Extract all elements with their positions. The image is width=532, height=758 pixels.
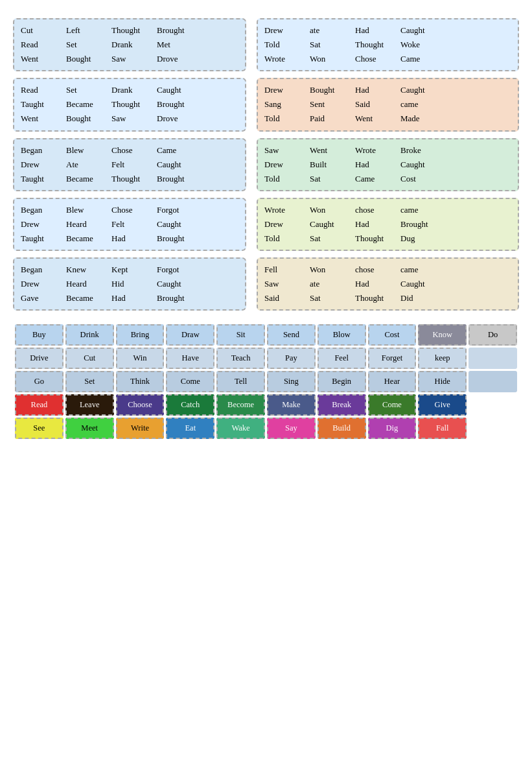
card-word: Brought bbox=[157, 23, 202, 38]
right-column: DrewateHadCaughtToldSatThoughtWokeWroteW… bbox=[257, 18, 519, 311]
verb-cell: Drink bbox=[65, 324, 114, 346]
right-card-3: WroteWonchosecameDrewCaughtHadBroughtTol… bbox=[257, 198, 519, 251]
card-word: Caught bbox=[400, 158, 446, 172]
card-word: Brought bbox=[157, 291, 202, 305]
left-column: CutLeftThoughtBroughtReadSetDrankMetWent… bbox=[13, 18, 246, 311]
card-row: ReadSetDrankMet bbox=[21, 38, 238, 52]
card-word: Saw bbox=[264, 143, 310, 158]
card-word: Became bbox=[66, 291, 111, 305]
card-word: Woke bbox=[400, 38, 446, 52]
card-word: Went bbox=[21, 52, 66, 66]
verb-cell: Teach bbox=[216, 348, 265, 369]
card-word: Brought bbox=[400, 217, 446, 231]
verb-cell: Blow bbox=[318, 324, 366, 346]
card-word: Saw bbox=[111, 112, 157, 126]
card-word: Ate bbox=[66, 158, 111, 172]
card-word: Drew bbox=[264, 158, 310, 172]
card-row: WroteWonChoseCame bbox=[264, 52, 511, 66]
card-row: SangSentSaidcame bbox=[264, 97, 511, 112]
card-word: Had bbox=[355, 83, 400, 97]
verb-cell bbox=[468, 394, 517, 416]
verb-cell: Drive bbox=[15, 348, 64, 369]
card-word: Bought bbox=[66, 52, 111, 66]
card-word: Chose bbox=[111, 203, 157, 217]
card-row: BeganBlewChoseCame bbox=[21, 143, 238, 158]
verb-cell: Become bbox=[216, 394, 265, 416]
card-word: Forgot bbox=[157, 263, 202, 277]
card-word: Felt bbox=[111, 158, 157, 172]
card-word: came bbox=[400, 203, 446, 217]
card-word: Sat bbox=[310, 291, 355, 305]
card-row: BeganBlewChoseForgot bbox=[21, 203, 238, 217]
card-word: Caught bbox=[400, 23, 446, 38]
card-word: Thought bbox=[355, 291, 400, 305]
card-word: Dug bbox=[400, 231, 446, 246]
card-row: WroteWonchosecame bbox=[264, 203, 511, 217]
verb-cell: Bring bbox=[116, 324, 165, 346]
card-row: ToldSatThoughtDug bbox=[264, 231, 511, 246]
card-row: CutLeftThoughtBrought bbox=[21, 23, 238, 38]
card-word: Fell bbox=[264, 263, 310, 277]
card-row: DrewAteFeltCaught bbox=[21, 158, 238, 172]
card-word: Heard bbox=[66, 277, 111, 291]
verb-cell: Have bbox=[166, 348, 214, 369]
card-word: Had bbox=[355, 23, 400, 38]
left-card-3: BeganBlewChoseForgotDrewHeardFeltCaughtT… bbox=[13, 198, 246, 251]
verb-table-row-1: DriveCutWinHaveTeachPayFeelForgetkeep bbox=[15, 348, 517, 369]
card-word: Drove bbox=[157, 112, 202, 126]
left-card-1: ReadSetDrankCaughtTaughtBecameThoughtBro… bbox=[13, 78, 246, 131]
card-row: FellWonchosecame bbox=[264, 263, 511, 277]
card-word: Cost bbox=[400, 172, 446, 186]
verb-cell: Go bbox=[15, 371, 64, 392]
verb-cell: Send bbox=[267, 324, 316, 346]
left-card-4: BeganKnewKeptForgotDrewHeardHidCaughtGav… bbox=[13, 257, 246, 311]
card-word: Won bbox=[310, 52, 355, 66]
card-row: SawWentWroteBroke bbox=[264, 143, 511, 158]
card-word: Forgot bbox=[157, 203, 202, 217]
card-word: Taught bbox=[21, 172, 66, 186]
card-word: Said bbox=[264, 291, 310, 305]
card-row: BeganKnewKeptForgot bbox=[21, 263, 238, 277]
verb-cell: Catch bbox=[166, 394, 214, 416]
verb-table-row-3: ReadLeaveChooseCatchBecomeMakeBreakComeG… bbox=[15, 394, 517, 416]
card-word: Went bbox=[21, 112, 66, 126]
verb-cell: Know bbox=[418, 324, 467, 346]
verb-cell: Read bbox=[15, 394, 64, 416]
card-word: Began bbox=[21, 263, 66, 277]
card-word: Drank bbox=[111, 83, 157, 97]
card-word: ate bbox=[310, 23, 355, 38]
card-word: Wrote bbox=[264, 52, 310, 66]
left-card-0: CutLeftThoughtBroughtReadSetDrankMetWent… bbox=[13, 18, 246, 71]
verb-table-row-4: SeeMeetWriteEatWakeSayBuildDigFall bbox=[15, 418, 517, 439]
verb-cell bbox=[468, 371, 517, 392]
card-word: Caught bbox=[310, 217, 355, 231]
card-word: Drew bbox=[21, 277, 66, 291]
card-word: Caught bbox=[400, 83, 446, 97]
verb-cell: Hide bbox=[418, 371, 467, 392]
card-word: Set bbox=[66, 38, 111, 52]
card-row: SawateHadCaught bbox=[264, 277, 511, 291]
card-word: Began bbox=[21, 143, 66, 158]
verb-table-row-0: BuyDrinkBringDrawSitSendBlowCostKnowDo bbox=[15, 324, 517, 346]
card-word: Drew bbox=[264, 23, 310, 38]
card-row: GaveBecameHadBrought bbox=[21, 291, 238, 305]
card-word: Built bbox=[310, 158, 355, 172]
card-word: Brought bbox=[157, 231, 202, 246]
card-row: ToldSatThoughtWoke bbox=[264, 38, 511, 52]
card-word: Left bbox=[66, 23, 111, 38]
verb-cell: Leave bbox=[65, 394, 114, 416]
verb-cell: keep bbox=[418, 348, 467, 369]
verb-table-row-2: GoSetThinkComeTellSingBeginHearHide bbox=[15, 371, 517, 392]
card-word: Cut bbox=[21, 23, 66, 38]
card-row: ToldSatCameCost bbox=[264, 172, 511, 186]
card-row: ToldPaidWentMade bbox=[264, 112, 511, 126]
card-word: Had bbox=[355, 158, 400, 172]
card-word: Told bbox=[264, 38, 310, 52]
verb-cell: Build bbox=[318, 418, 366, 439]
verb-cell: Pay bbox=[267, 348, 316, 369]
card-row: DrewBuiltHadCaught bbox=[264, 158, 511, 172]
card-row: WentBoughtSawDrove bbox=[21, 52, 238, 66]
card-row: SaidSatThoughtDid bbox=[264, 291, 511, 305]
card-word: Drank bbox=[111, 38, 157, 52]
card-word: Thought bbox=[355, 38, 400, 52]
